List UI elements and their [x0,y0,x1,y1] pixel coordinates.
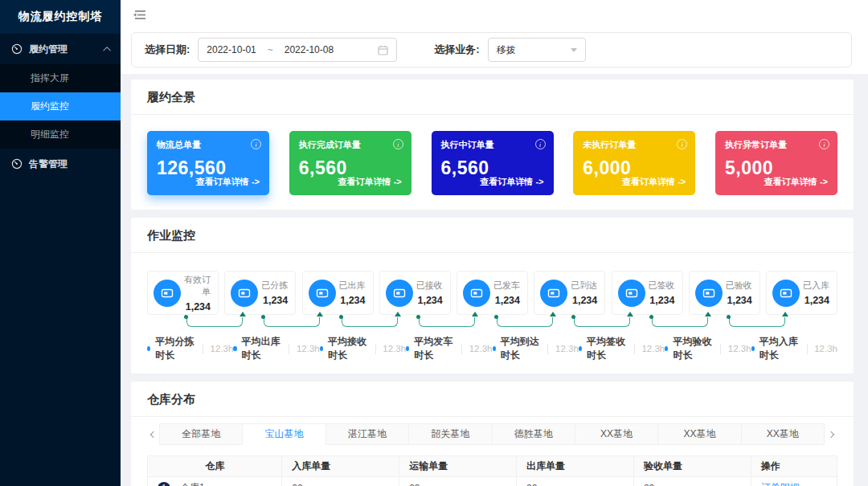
stat-value: 12.3h [297,344,320,353]
kpi-detail-link[interactable]: 查看订单详情 -> [338,176,402,188]
stat-label: 平均分拣时长 [155,335,195,362]
order-detail-link[interactable]: 订单明细 [761,482,800,486]
info-icon[interactable]: i [819,139,829,149]
step-label: 已签收 [645,280,675,292]
connector-arrow [652,317,708,327]
chevron-up-icon [103,46,111,54]
kpi-detail-link[interactable]: 查看订单详情 -> [622,176,686,188]
cell-transport: 22 [399,477,517,486]
kpi-card-total[interactable]: 物流总单量 i 126,560 查看订单详情 -> [147,131,269,195]
business-filter-label: 选择业务: [434,43,479,57]
step-sorted[interactable]: 已分拣1,234 [224,271,296,315]
stat-item: 平均发车时长12.3h [406,335,492,362]
step-departed[interactable]: 已发车1,234 [457,271,528,315]
top-header: 选择日期: 2022-10-01 ~ 2022-10-08 选择业务: 移拨 [121,0,868,74]
date-filter-label: 选择日期: [145,43,190,57]
kpi-card-executing[interactable]: 执行中订单量 i 6,560 查看订单详情 -> [432,131,554,195]
step-value: 1,234 [181,301,211,312]
tab-shaoguan-base[interactable]: 韶关基地 [408,423,492,445]
cell-outbound: 22 [517,477,634,486]
sidebar-item-detail-monitor[interactable]: 明细监控 [0,120,121,149]
sidebar-group-fulfillment[interactable]: 履约管理 [0,34,121,64]
step-value: 1,234 [800,295,829,306]
tab-desheng-base[interactable]: 德胜基地 [492,423,575,445]
sidebar-group-alert[interactable]: 告警管理 [0,149,121,179]
step-label: 已发车 [490,280,520,292]
bullet-dot-icon [493,346,496,351]
step-stored[interactable]: 已入库1,234 [766,271,837,315]
tab-label: XX基地 [767,427,799,441]
step-inspected[interactable]: 已验收1,234 [689,271,760,315]
step-value: 1,234 [413,295,443,306]
process-steps: 有效订单1,234 已分拣1,234 已出库1,234 已接收1,23 [147,271,837,315]
rank-badge: 1 [158,482,170,486]
order-card-icon [154,280,181,307]
kpi-detail-link[interactable]: 查看订单详情 -> [480,176,543,188]
kpi-card-abnormal[interactable]: 执行异常订单量 i 5,000 查看订单详情 -> [715,131,837,195]
sidebar-item-command-screen[interactable]: 指挥大屏 [0,64,121,92]
bullet-dot-icon [233,346,236,351]
sidebar-item-fulfillment-monitor[interactable]: 履约监控 [0,92,121,120]
date-range-input[interactable]: 2022-10-01 ~ 2022-10-08 [198,38,397,62]
stat-label: 平均验收时长 [673,335,713,362]
step-received[interactable]: 已接收1,234 [379,271,451,315]
stat-value: 12.3h [211,344,234,353]
stat-item: 平均到达时长12.3h [493,335,579,362]
sidebar: 物流履约控制塔 履约管理 指挥大屏 履约监控 明细监控 告警管理 [0,0,121,486]
cell-inbound: 22 [282,477,399,486]
kpi-card-pending[interactable]: 未执行订单量 i 6,000 查看订单详情 -> [573,131,695,195]
tab-label: 韶关基地 [431,427,469,441]
tab-xx-base-2[interactable]: XX基地 [657,423,741,445]
kpi-detail-link[interactable]: 查看订单详情 -> [764,176,828,188]
kpi-detail-link[interactable]: 查看订单详情 -> [196,176,260,188]
tab-xx-base-1[interactable]: XX基地 [575,423,658,445]
info-icon[interactable]: i [393,139,403,149]
connector-arrow [264,317,320,327]
tab-prev-icon[interactable] [147,432,160,437]
connector-arrow [342,317,398,327]
col-header-transport: 运输单量 [399,456,517,477]
kpi-label: 执行中订单量 [441,139,544,151]
info-icon[interactable]: i [535,139,546,149]
section-title: 履约全景 [131,80,854,114]
tab-zhanjiang-base[interactable]: 湛江基地 [326,423,409,445]
business-select[interactable]: 移拨 [488,38,586,62]
stat-value: 12.3h [383,344,406,353]
stat-value: 12.3h [728,344,751,353]
info-icon[interactable]: i [251,139,261,149]
connector-arrow [729,317,785,327]
sidebar-submenu: 指挥大屏 履约监控 明细监控 [0,64,121,149]
stat-value: 12.3h [641,344,665,353]
table-row: 1仓库1 22 22 22 22 订单明细 [148,477,837,486]
order-card-icon [386,280,413,307]
step-outbound[interactable]: 已出库1,234 [302,271,374,315]
step-label: 已到达 [567,280,597,292]
step-arrived[interactable]: 已到达1,234 [534,271,605,315]
step-label: 有效订单 [181,274,211,298]
tab-all-bases[interactable]: 全部基地 [159,423,243,445]
tab-next-icon[interactable] [825,432,837,437]
tab-xx-base-3[interactable]: XX基地 [741,423,825,445]
section-monitor: 作业监控 有效订单1,234 已分拣1,234 [131,218,854,374]
info-icon[interactable]: i [677,139,687,149]
warehouse-name: 仓库1 [180,481,205,486]
tab-label: 湛江基地 [348,427,387,441]
tab-label: 宝山基地 [265,427,304,441]
sidebar-item-label: 履约监控 [31,100,69,113]
step-signed[interactable]: 已签收1,234 [612,271,683,315]
bullet-dot-icon [320,346,323,351]
stat-item: 平均入库时长12.3h [751,335,837,362]
stat-value: 12.3h [555,344,579,353]
business-select-value: 移拨 [497,43,516,57]
menu-fold-icon[interactable] [133,9,147,22]
date-separator: ~ [268,44,273,55]
col-header-warehouse: 仓库 [148,456,282,477]
step-valid-orders[interactable]: 有效订单1,234 [147,271,219,315]
sidebar-group-label: 告警管理 [29,157,68,171]
section-title: 仓库分布 [131,382,854,416]
step-value: 1,234 [567,295,597,306]
tab-baoshan-base[interactable]: 宝山基地 [242,423,326,445]
warehouse-table: 仓库 入库单量 运输单量 出库单量 验收单量 操作 1仓库1 2 [147,455,837,486]
kpi-card-completed[interactable]: 执行完成订单量 i 6,560 查看订单详情 -> [289,131,411,195]
app: 物流履约控制塔 履约管理 指挥大屏 履约监控 明细监控 告警管理 [0,0,868,486]
